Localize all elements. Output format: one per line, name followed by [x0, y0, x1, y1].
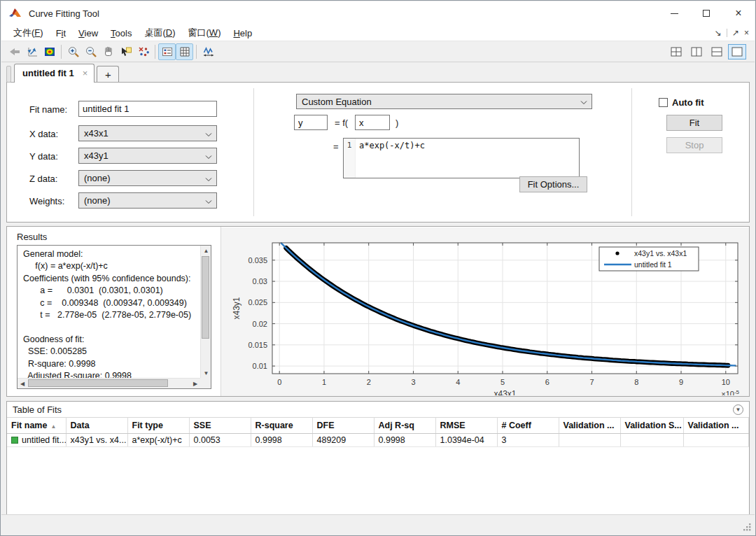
chevron-down-icon: ▼ — [736, 407, 741, 413]
scroll-thumb[interactable] — [202, 256, 209, 339]
custom-equation-editor[interactable]: 1 a*exp(-x/t)+c — [343, 138, 580, 178]
close-button[interactable]: × — [722, 1, 755, 25]
menu-file[interactable]: 文件(F) — [7, 25, 50, 41]
tab-untitled-fit-1[interactable]: untitled fit 1 × — [14, 64, 94, 83]
curve-fitting-tool-window: Curve Fitting Tool × 文件(F) Fit View Tool… — [0, 0, 756, 536]
rotate-3d-button[interactable] — [6, 43, 23, 60]
adjust-axes-limits-button[interactable] — [200, 43, 217, 60]
svg-text:9: 9 — [679, 378, 683, 386]
pan-icon — [102, 45, 115, 58]
table-row[interactable]: untitled fit... x43y1 vs. x4... a*exp(-x… — [7, 434, 749, 447]
panel-divider — [253, 88, 254, 216]
tab-drag-handle[interactable] — [6, 66, 11, 83]
menu-view[interactable]: View — [72, 27, 104, 40]
equals-label: = — [333, 141, 339, 152]
auto-fit-checkbox[interactable] — [659, 98, 668, 107]
plot-panel: 0123456789100.010.0150.020.0250.030.035x… — [221, 227, 749, 396]
scroll-right-icon[interactable]: ▶ — [190, 379, 200, 389]
col-r-square[interactable]: R-square — [251, 418, 312, 434]
weights-select[interactable]: (none) — [78, 192, 217, 209]
tile-rows-button[interactable] — [708, 44, 726, 59]
col-adj-r-sq[interactable]: Adj R-sq — [374, 418, 435, 434]
tile-grid-button[interactable] — [667, 44, 685, 59]
dock-separator — [727, 29, 727, 37]
col-rmse[interactable]: RMSE — [435, 418, 497, 434]
chevron-down-icon — [580, 97, 587, 107]
resize-grip[interactable] — [743, 523, 752, 532]
y-data-select[interactable]: x43y1 — [78, 148, 217, 164]
col-fit-name[interactable]: Fit name▲ — [7, 418, 66, 434]
grid-icon — [178, 45, 191, 58]
fit-type-select[interactable]: Custom Equation — [296, 94, 592, 109]
zoom-out-button[interactable] — [82, 43, 99, 60]
move-axes-button[interactable] — [23, 43, 41, 60]
fit-options-button[interactable]: Fit Options... — [519, 176, 587, 192]
add-tab-button[interactable]: + — [97, 66, 119, 82]
fit-plot[interactable]: 0123456789100.010.0150.020.0250.030.035x… — [227, 229, 748, 395]
col-dfe[interactable]: DFE — [312, 418, 374, 434]
tab-label: untitled fit 1 — [22, 68, 74, 78]
collapse-panel-button[interactable]: ▼ — [733, 404, 743, 415]
menu-tools[interactable]: Tools — [104, 27, 138, 40]
independent-variable-input[interactable] — [355, 115, 390, 130]
results-horizontal-scrollbar[interactable]: ◀ ▶ — [18, 378, 200, 388]
menu-fit[interactable]: Fit — [50, 27, 72, 40]
equation-expression[interactable]: a*exp(-x/t)+c — [356, 139, 428, 178]
fit-button[interactable]: Fit — [666, 115, 722, 131]
maximize-button[interactable] — [690, 1, 722, 25]
auto-fit-label[interactable]: Auto fit — [672, 97, 704, 108]
colormap-button[interactable] — [41, 43, 58, 60]
table-of-fits-panel: Table of Fits ▼ Fit name▲ Data Fit type … — [6, 401, 750, 515]
minimize-button[interactable] — [658, 1, 690, 25]
close-panel-icon[interactable]: × — [744, 28, 749, 38]
grid-toggle-button[interactable] — [176, 43, 193, 60]
colormap-icon — [43, 45, 56, 58]
scroll-left-icon[interactable]: ◀ — [18, 379, 27, 389]
tile-single-button[interactable] — [728, 44, 746, 59]
scroll-up-icon[interactable]: ▲ — [201, 246, 211, 255]
dependent-variable-input[interactable] — [294, 115, 328, 130]
x-data-select[interactable]: x43x1 — [78, 125, 217, 141]
svg-text:0.03: 0.03 — [253, 277, 267, 285]
sort-ascending-icon: ▲ — [50, 423, 56, 430]
scroll-corner — [200, 378, 211, 388]
rotate-3d-icon — [8, 45, 21, 58]
menu-bar: 文件(F) Fit View Tools 桌面(D) 窗口(W) Help ↘ … — [1, 25, 755, 41]
stop-button[interactable]: Stop — [666, 137, 722, 153]
zoom-in-button[interactable] — [64, 43, 82, 60]
data-cursor-button[interactable] — [117, 43, 134, 60]
legend-toggle-button[interactable] — [158, 43, 176, 60]
col-data[interactable]: Data — [66, 418, 127, 434]
col-validation-2[interactable]: Validation S... — [620, 418, 683, 434]
scroll-thumb[interactable] — [28, 379, 168, 387]
menu-help[interactable]: Help — [227, 27, 258, 40]
tile-rows-icon — [711, 47, 722, 57]
svg-text:0.015: 0.015 — [248, 341, 267, 349]
window-title: Curve Fitting Tool — [29, 8, 99, 19]
undock-icon[interactable]: ↗ — [732, 28, 739, 38]
col-validation-3[interactable]: Validation ... — [683, 418, 749, 434]
col-fit-type[interactable]: Fit type — [127, 418, 189, 434]
fit-name-input[interactable] — [78, 101, 217, 117]
dock-icon[interactable]: ↘ — [715, 28, 722, 38]
weights-label: Weights: — [29, 196, 64, 206]
tile-columns-button[interactable] — [687, 44, 706, 59]
results-vertical-scrollbar[interactable]: ▲ ▼ — [200, 246, 211, 378]
z-data-select[interactable]: (none) — [78, 170, 217, 186]
menu-window[interactable]: 窗口(W) — [182, 25, 227, 41]
col-sse[interactable]: SSE — [189, 418, 251, 434]
chevron-down-icon — [205, 128, 212, 139]
fit-color-swatch — [11, 437, 18, 444]
results-title: Results — [17, 232, 47, 242]
col-validation-1[interactable]: Validation ... — [559, 418, 620, 434]
svg-text:1: 1 — [322, 378, 326, 386]
tab-close-icon[interactable]: × — [83, 68, 88, 78]
exclude-outliers-button[interactable] — [134, 43, 152, 60]
pan-button[interactable] — [99, 43, 117, 60]
scroll-down-icon[interactable]: ▼ — [201, 368, 211, 378]
svg-text:8: 8 — [634, 378, 638, 386]
tab-bar: untitled fit 1 × + — [6, 64, 750, 83]
menu-desktop[interactable]: 桌面(D) — [138, 25, 181, 41]
col-num-coeff[interactable]: # Coeff — [497, 418, 559, 434]
svg-text:6: 6 — [545, 378, 550, 386]
